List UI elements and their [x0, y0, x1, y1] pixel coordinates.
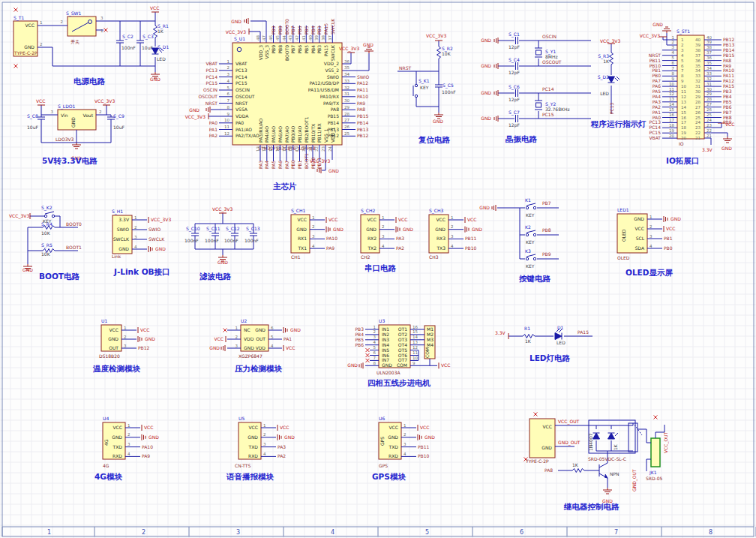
- net-label[interactable]: PB10: [465, 245, 477, 251]
- net-label[interactable]: PB1: [297, 160, 302, 169]
- power-net-label[interactable]: GND: [472, 227, 482, 232]
- power-net-label[interactable]: GND: [722, 146, 732, 151]
- power-net-label[interactable]: VCC: [398, 217, 407, 222]
- net-label[interactable]: PB1: [664, 236, 673, 241]
- net-label[interactable]: PB6: [297, 26, 302, 35]
- net-label[interactable]: PB4: [310, 26, 316, 35]
- power-net-label[interactable]: VCC_3V3: [185, 114, 206, 120]
- net-label[interactable]: PB11: [418, 444, 430, 449]
- net-label[interactable]: NRST: [206, 101, 218, 106]
- net-label[interactable]: BOOT1: [66, 245, 82, 250]
- net-label[interactable]: PC15: [206, 80, 218, 86]
- power-net-label[interactable]: GND_OUT: [558, 440, 580, 446]
- net-label[interactable]: PB11: [465, 236, 477, 241]
- net-label[interactable]: PB0: [290, 160, 296, 169]
- net-label[interactable]: PB13: [357, 127, 369, 132]
- net-label[interactable]: PB3: [316, 26, 322, 35]
- net-label[interactable]: PA0: [209, 120, 218, 125]
- net-label[interactable]: PC13: [206, 68, 218, 73]
- power-net-label[interactable]: GND: [363, 42, 374, 47]
- net-label[interactable]: SWIO: [148, 227, 161, 232]
- net-label[interactable]: PB8: [278, 26, 283, 35]
- net-label[interactable]: PA10: [326, 236, 338, 241]
- net-label[interactable]: PB10: [418, 453, 430, 458]
- net-label[interactable]: PA5: [271, 161, 276, 169]
- net-label[interactable]: PB7: [290, 26, 296, 35]
- power-net-label[interactable]: GND: [670, 216, 681, 221]
- net-label[interactable]: NRST: [399, 65, 411, 71]
- power-net-label[interactable]: VCC: [36, 98, 45, 104]
- net-label[interactable]: PA9: [326, 245, 334, 251]
- net-label[interactable]: VBAT: [649, 135, 661, 140]
- net-label[interactable]: OSCOUT: [199, 94, 218, 99]
- net-label[interactable]: PC14: [542, 86, 554, 92]
- power-net-label[interactable]: VCC: [150, 5, 159, 11]
- net-label[interactable]: SWIO: [357, 74, 370, 80]
- net-label[interactable]: BOOT1: [304, 153, 309, 169]
- power-net-label[interactable]: VCC: [144, 425, 153, 430]
- power-net-label[interactable]: GND: [145, 336, 155, 341]
- net-label[interactable]: OSCOUT: [542, 59, 562, 65]
- power-net-label[interactable]: VCC: [286, 345, 295, 350]
- net-label[interactable]: OSCIN: [203, 87, 218, 92]
- power-net-label[interactable]: GND: [189, 107, 200, 113]
- schematic-canvas[interactable]: S_U1STM32F103C8T6_LQFP481VBATVBAT2PC13PC…: [0, 0, 756, 538]
- net-label[interactable]: PA3: [396, 236, 404, 241]
- net-label[interactable]: PB12: [357, 133, 369, 138]
- power-net-label[interactable]: VCC_3V3: [226, 29, 246, 35]
- power-net-label[interactable]: VCC_OUT: [558, 419, 580, 425]
- net-label[interactable]: PB5: [304, 26, 309, 35]
- net-label[interactable]: PB7: [542, 200, 551, 206]
- power-net-label[interactable]: GND: [479, 205, 490, 210]
- net-label[interactable]: PA8: [544, 467, 553, 473]
- net-label[interactable]: PA10: [142, 444, 153, 449]
- net-label[interactable]: PB12: [138, 345, 150, 350]
- net-label[interactable]: VBAT: [206, 61, 218, 66]
- power-net-label[interactable]: VCC_3V3: [310, 158, 330, 164]
- power-net-label[interactable]: GND_OUT: [632, 469, 638, 491]
- power-net-label[interactable]: 3.3V: [702, 147, 713, 152]
- net-label[interactable]: OSCIN: [542, 34, 556, 39]
- net-label[interactable]: PA4: [264, 161, 269, 169]
- power-net-label[interactable]: VCC: [328, 217, 338, 222]
- power-net-label[interactable]: GND: [155, 246, 166, 251]
- power-net-label[interactable]: GND: [481, 38, 491, 43]
- net-label[interactable]: PA2: [278, 453, 286, 458]
- net-label[interactable]: PA3: [278, 444, 286, 449]
- net-label[interactable]: PA10: [357, 94, 368, 99]
- net-label[interactable]: PA11: [357, 87, 368, 92]
- net-label[interactable]: BOOT0: [284, 19, 290, 35]
- net-label[interactable]: PC14: [206, 74, 218, 80]
- component-body[interactable]: [651, 438, 660, 467]
- net-label[interactable]: PA8: [357, 107, 365, 112]
- power-net-label[interactable]: VCC: [140, 327, 149, 332]
- net-label[interactable]: PA7: [284, 161, 290, 169]
- net-label[interactable]: PA12: [357, 80, 368, 86]
- power-net-label[interactable]: GND: [652, 22, 663, 27]
- net-label[interactable]: PA9: [357, 101, 365, 106]
- power-net-label[interactable]: GND: [218, 260, 228, 265]
- power-net-label[interactable]: VCC: [441, 362, 450, 368]
- net-label[interactable]: PA2: [209, 133, 218, 138]
- power-net-label[interactable]: VCC_3V3: [339, 46, 359, 52]
- power-net-label[interactable]: VCC: [420, 425, 429, 430]
- net-label[interactable]: PA3: [258, 161, 263, 169]
- power-net-label[interactable]: GND: [403, 227, 413, 232]
- net-label[interactable]: PA1: [284, 336, 292, 341]
- power-net-label[interactable]: GND: [284, 434, 295, 440]
- net-label[interactable]: PB15: [357, 113, 369, 119]
- power-net-label[interactable]: GND: [148, 434, 159, 440]
- power-net-label[interactable]: VCC_3V3: [212, 206, 232, 212]
- net-label[interactable]: PA1: [209, 127, 218, 132]
- power-net-label[interactable]: VCC: [725, 122, 734, 127]
- power-net-label[interactable]: GND: [347, 362, 358, 368]
- power-net-label[interactable]: VCC_OUT: [663, 431, 669, 453]
- power-net-label[interactable]: GND: [433, 119, 443, 124]
- net-label[interactable]: PA2: [396, 245, 404, 251]
- net-label[interactable]: SWCLK: [330, 18, 335, 35]
- net-label[interactable]: PB14: [357, 120, 369, 125]
- net-label[interactable]: PC13: [609, 102, 614, 114]
- power-net-label[interactable]: GND: [333, 227, 344, 232]
- net-label[interactable]: PB0: [664, 245, 673, 251]
- net-label[interactable]: PA9: [142, 453, 150, 458]
